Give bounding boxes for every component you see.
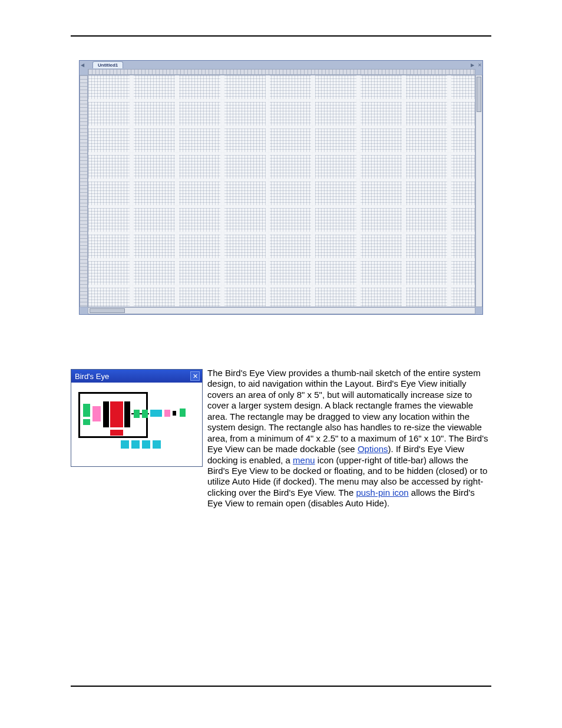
birdseye-title-text: Bird's Eye bbox=[75, 372, 109, 381]
tab-scroll-right-icon[interactable]: ▶ bbox=[470, 61, 475, 69]
pushpin-link[interactable]: push-pin icon bbox=[356, 487, 408, 498]
block-icon bbox=[153, 440, 161, 449]
block-icon bbox=[83, 419, 90, 425]
birdseye-window-screenshot: Bird's Eye ✕ bbox=[71, 369, 203, 467]
block-icon bbox=[124, 401, 130, 427]
block-icon bbox=[110, 401, 123, 427]
scrollbar-vertical[interactable] bbox=[475, 75, 482, 307]
birdseye-titlebar[interactable]: Bird's Eye ✕ bbox=[71, 370, 202, 383]
ruler-vertical bbox=[80, 75, 88, 307]
tab-scroll-left-icon[interactable]: ◀ bbox=[80, 61, 85, 69]
top-rule bbox=[71, 35, 491, 37]
ruler-horizontal bbox=[88, 69, 475, 75]
block-icon bbox=[134, 410, 140, 418]
block-icon bbox=[142, 410, 148, 418]
scrollbar-thumb[interactable] bbox=[477, 77, 481, 112]
text-run: The Bird's Eye View provides a thumb-nai… bbox=[207, 368, 488, 454]
bottom-rule bbox=[71, 686, 491, 687]
block-icon bbox=[110, 430, 123, 436]
scrollbar-horizontal[interactable] bbox=[88, 307, 475, 314]
block-icon bbox=[131, 440, 140, 449]
birdseye-canvas[interactable] bbox=[71, 383, 202, 466]
block-icon bbox=[142, 440, 150, 449]
scrollbar-thumb[interactable] bbox=[90, 308, 125, 313]
menu-link[interactable]: menu bbox=[293, 455, 315, 465]
close-icon[interactable]: ✕ bbox=[190, 371, 200, 381]
options-link[interactable]: Options bbox=[358, 444, 388, 454]
block-icon bbox=[92, 406, 101, 421]
layout-window-screenshot: ◀ Untitled1 ▶ ✕ bbox=[79, 60, 483, 315]
block-icon bbox=[173, 411, 176, 416]
block-icon bbox=[180, 409, 186, 417]
layout-grid-canvas[interactable] bbox=[88, 75, 475, 307]
block-icon bbox=[83, 404, 90, 417]
block-icon bbox=[164, 410, 170, 417]
birdseye-description: The Bird's Eye View provides a thumb-nai… bbox=[207, 368, 491, 509]
tab-close-icon[interactable]: ✕ bbox=[477, 61, 482, 69]
layout-tabbar: ◀ Untitled1 ▶ ✕ bbox=[80, 61, 482, 69]
layout-tab[interactable]: Untitled1 bbox=[92, 61, 123, 68]
block-icon bbox=[121, 440, 129, 449]
block-icon bbox=[150, 410, 162, 417]
block-icon bbox=[103, 401, 109, 427]
